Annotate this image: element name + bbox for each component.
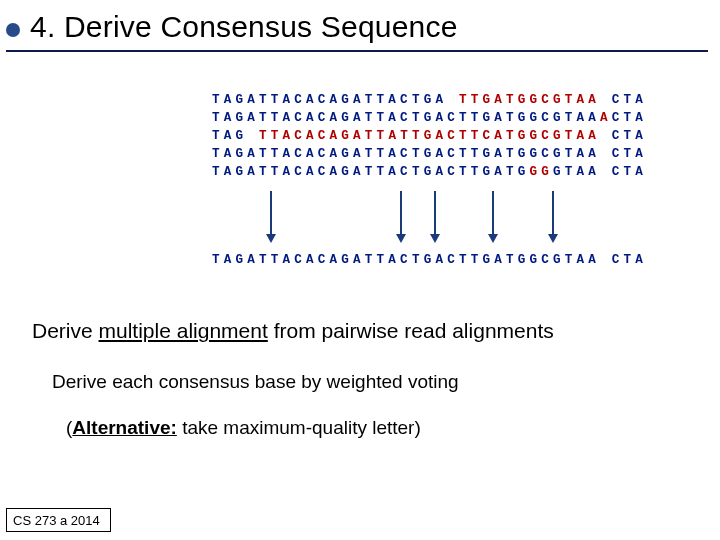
arrow-down-icon [400,191,402,235]
page-title: 4. Derive Consensus Sequence [30,10,458,44]
title-row: 4. Derive Consensus Sequence [0,0,720,44]
arrow-down-icon [492,191,494,235]
arrow-down-icon [270,191,272,235]
arrow-down-icon [434,191,436,235]
body-text-3: (Alternative: take maximum-quality lette… [66,417,720,439]
arrows-group [212,191,720,245]
sequence-alignment: TAGATTACACAGATTACTGA TTGATGGCGTAA CTA TA… [212,92,720,181]
body-text-1: Derive multiple alignment from pairwise … [32,319,720,343]
arrow-down-icon [552,191,554,235]
title-bullet-icon [6,23,20,37]
body-text-2: Derive each consensus base by weighted v… [52,371,720,393]
footer-course-label: CS 273 a 2014 [6,508,111,532]
consensus-sequence: TAGATTACACAGATTACTGACTTGATGGCGTAA CTA [212,253,720,267]
title-underline [6,50,708,52]
